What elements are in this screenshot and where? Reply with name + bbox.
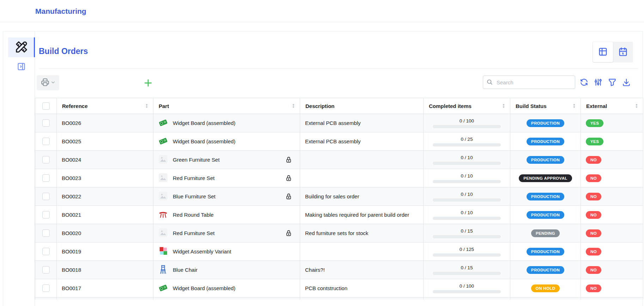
progress-bar xyxy=(433,180,501,183)
table-view-button[interactable] xyxy=(593,42,613,62)
description-cell: Chairs?! xyxy=(300,261,424,279)
external-badge: NO xyxy=(586,156,601,164)
filter-button[interactable] xyxy=(607,78,617,88)
sort-icon[interactable] xyxy=(571,103,577,110)
row-checkbox[interactable] xyxy=(42,211,50,218)
row-checkbox[interactable] xyxy=(42,284,50,292)
sort-icon[interactable] xyxy=(634,103,639,110)
column-label: External xyxy=(586,103,607,109)
row-checkbox[interactable] xyxy=(42,156,50,163)
external-badge: YES xyxy=(586,138,603,145)
filter-icon xyxy=(608,83,617,88)
table-row[interactable]: BO0022 Blue Furniture Set Building for s… xyxy=(35,187,643,206)
status-badge: PENDING xyxy=(531,229,560,237)
completed-label: 0 / 10 xyxy=(429,210,505,215)
sort-icon[interactable] xyxy=(144,103,150,110)
row-checkbox[interactable] xyxy=(42,266,50,274)
external-badge: YES xyxy=(586,119,603,127)
progress-bar xyxy=(433,235,501,238)
reference-cell: BO0017 xyxy=(57,279,153,298)
external-badge: NO xyxy=(586,284,601,292)
progress-bar xyxy=(433,198,501,202)
sort-icon[interactable] xyxy=(291,103,296,110)
placeholder-icon xyxy=(158,228,168,239)
lock-icon xyxy=(285,193,295,200)
row-checkbox[interactable] xyxy=(42,119,50,127)
row-checkbox[interactable] xyxy=(42,174,50,182)
progress-bar xyxy=(433,162,501,165)
lock-icon xyxy=(285,230,295,236)
pcb-icon xyxy=(158,283,168,294)
external-badge: NO xyxy=(586,211,601,219)
column-header-description: Description xyxy=(300,98,424,114)
section-divider xyxy=(39,68,638,68)
table-row-partial xyxy=(35,298,643,300)
table-row[interactable]: BO0026 Widget Board (assembled) External… xyxy=(35,114,643,132)
download-icon xyxy=(622,83,631,88)
status-badge: PRODUCTION xyxy=(527,193,564,200)
chevron-down-icon xyxy=(50,80,56,86)
part-name: Widget Assembly Variant xyxy=(173,248,231,254)
sort-icon[interactable] xyxy=(501,103,506,110)
description-cell xyxy=(300,151,424,169)
column-label: Reference xyxy=(62,103,88,109)
description-cell: External PCB assembly xyxy=(300,132,424,151)
progress-bar xyxy=(433,290,501,293)
column-label: Build Status xyxy=(516,103,547,109)
lock-icon xyxy=(285,156,295,163)
print-actions-button[interactable] xyxy=(37,75,59,90)
table-row[interactable]: BO0018 Blue Chair Chairs?! 0 / 15 PRODUC… xyxy=(35,261,643,279)
progress-bar xyxy=(433,125,501,128)
table-row[interactable]: BO0020 Red Furniture Set Red furniture s… xyxy=(35,224,643,242)
progress-bar xyxy=(433,217,501,220)
column-header-select xyxy=(35,98,57,114)
search-input[interactable] xyxy=(483,76,575,89)
table-row[interactable]: BO0025 Widget Board (assembled) External… xyxy=(35,132,643,151)
row-checkbox[interactable] xyxy=(42,138,50,145)
table-row[interactable]: BO0017 Widget Board (assembled) PCB cont… xyxy=(35,279,643,298)
completed-label: 0 / 15 xyxy=(429,265,505,270)
status-badge: PRODUCTION xyxy=(527,156,564,164)
page-title: Build Orders xyxy=(39,47,88,56)
completed-label: 0 / 10 xyxy=(429,173,505,179)
row-checkbox[interactable] xyxy=(42,248,50,255)
description-cell: Building for sales order xyxy=(300,187,424,206)
row-checkbox[interactable] xyxy=(42,229,50,237)
description-cell: Making tables required for parent build … xyxy=(300,206,424,224)
column-header-completed[interactable]: Completed items xyxy=(424,98,510,114)
column-label: Completed items xyxy=(429,103,472,109)
row-checkbox[interactable] xyxy=(42,193,50,200)
download-button[interactable] xyxy=(621,78,631,88)
reference-cell: BO0020 xyxy=(57,224,153,242)
add-build-order-button[interactable] xyxy=(142,78,154,89)
column-header-part[interactable]: Part xyxy=(153,98,300,114)
table-settings-button[interactable] xyxy=(593,78,603,88)
tools-icon xyxy=(15,40,28,55)
description-cell xyxy=(300,242,424,261)
calendar-view-button[interactable] xyxy=(613,42,633,62)
rail-item-expand-panel[interactable] xyxy=(8,57,35,77)
red-table-icon xyxy=(158,210,168,220)
build-orders-table: ReferencePartDescriptionCompleted itemsB… xyxy=(35,98,643,300)
external-badge: NO xyxy=(586,248,601,256)
rail-item-build-orders[interactable] xyxy=(8,37,35,57)
completed-label: 0 / 10 xyxy=(429,155,505,160)
select-all-checkbox[interactable] xyxy=(42,102,50,110)
table-row[interactable]: BO0023 Red Furniture Set 0 / 10 PENDING … xyxy=(35,169,643,187)
description-cell: External PCB assembly xyxy=(300,114,424,132)
table-row[interactable]: BO0024 Green Furniture Set 0 / 10 PRODUC… xyxy=(35,151,643,169)
reference-cell: BO0021 xyxy=(57,206,153,224)
panel-rail xyxy=(3,31,35,306)
column-header-reference[interactable]: Reference xyxy=(57,98,153,114)
description-cell: Red furniture sets for stock xyxy=(300,224,424,242)
column-header-external[interactable]: External xyxy=(581,98,643,114)
table-row[interactable]: BO0021 Red Round Table Making tables req… xyxy=(35,206,643,224)
reference-cell: BO0025 xyxy=(57,132,153,151)
progress-bar xyxy=(433,143,501,146)
variant-icon xyxy=(158,246,168,257)
table-row[interactable]: BO0019 Widget Assembly Variant 0 / 125 P… xyxy=(35,242,643,261)
column-header-status[interactable]: Build Status xyxy=(510,98,581,114)
status-badge: PRODUCTION xyxy=(527,248,564,256)
refresh-button[interactable] xyxy=(579,78,589,88)
reference-cell: BO0023 xyxy=(57,169,153,187)
